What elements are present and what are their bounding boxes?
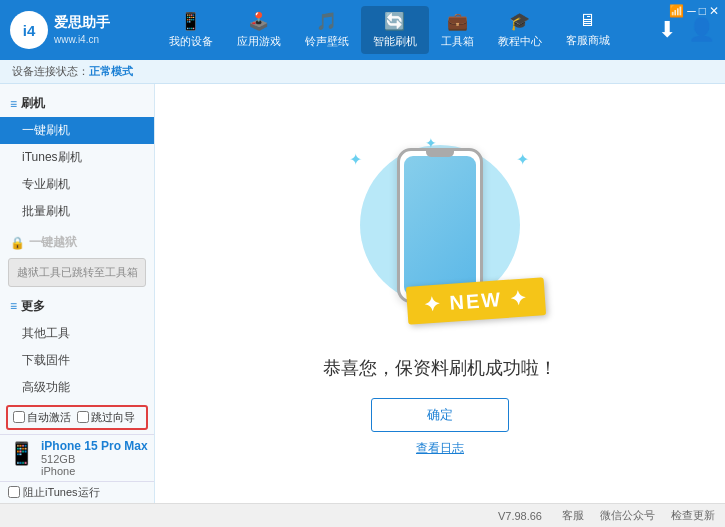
stop-itunes-checkbox[interactable] [8,486,20,498]
status-bar: 设备连接状态：正常模式 [0,60,725,84]
sidebar-item-pro-flash[interactable]: 专业刷机 [0,171,154,198]
footer-link-update[interactable]: 检查更新 [671,508,715,523]
view-log-link[interactable]: 查看日志 [416,440,464,457]
nav-my-device-icon: 📱 [180,11,201,32]
nav-ringtones-icon: 🎵 [316,11,337,32]
device-name: iPhone 15 Pro Max [41,439,148,453]
sidebar-item-batch-flash[interactable]: 批量刷机 [0,198,154,225]
stop-itunes-label[interactable]: 阻止iTunes运行 [8,485,148,500]
jailbreak-disabled-box: 越狱工具已跳转至工具箱 [8,258,146,287]
device-info: 📱 iPhone 15 Pro Max 512GB iPhone [8,439,148,477]
status-prefix: 设备连接状态： [12,65,89,77]
nav-tutorials-label: 教程中心 [498,34,542,49]
logo-text-block: 爱思助手 www.i4.cn [54,13,110,47]
nav-ringtones-label: 铃声壁纸 [305,34,349,49]
nav-my-device-label: 我的设备 [169,34,213,49]
user-icon[interactable]: 👤 [688,17,715,43]
main-area: ≡ 刷机 一键刷机 iTunes刷机 专业刷机 批量刷机 🔒 一键越狱 越狱工具… [0,84,725,503]
sidebar-item-other-tools[interactable]: 其他工具 [0,320,154,347]
lock-icon: 🔒 [10,236,25,250]
logo: i4 爱思助手 www.i4.cn [10,11,120,49]
nav-apps-games[interactable]: 🕹️ 应用游戏 [225,6,293,54]
device-storage: 512GB [41,453,148,465]
footer: V7.98.66 客服 微信公众号 检查更新 [0,503,725,527]
auto-activate-checkbox[interactable] [13,411,25,423]
device-phone-icon: 📱 [8,441,35,467]
footer-link-service[interactable]: 客服 [562,508,584,523]
flash-section-title: ≡ 刷机 [0,90,154,117]
download-icon[interactable]: ⬇ [658,17,676,43]
auto-activate-label[interactable]: 自动激活 [13,410,71,425]
sidebar: ≡ 刷机 一键刷机 iTunes刷机 专业刷机 批量刷机 🔒 一键越狱 越狱工具… [0,84,155,503]
logo-circle: i4 [10,11,48,49]
device-type: iPhone [41,465,148,477]
nav-tutorials[interactable]: 🎓 教程中心 [486,6,554,54]
nav-ringtones[interactable]: 🎵 铃声壁纸 [293,6,361,54]
more-section-icon: ≡ [10,299,17,313]
nav-bar: 📱 我的设备 🕹️ 应用游戏 🎵 铃声壁纸 🔄 智能刷机 💼 工具箱 🎓 教程中… [128,6,650,54]
phone-notch [426,151,454,157]
nav-services-icon: 🖥 [579,11,596,31]
nav-services-label: 客服商城 [566,33,610,48]
more-section-title: ≡ 更多 [0,293,154,320]
nav-my-device[interactable]: 📱 我的设备 [157,6,225,54]
content-area: ✦ ✦ ✦ ✦ NEW ✦ 恭喜您，保资料刷机成功啦！ 确定 查看日志 [155,84,725,503]
logo-icon-text: i4 [23,22,36,39]
nav-smart-flash-label: 智能刷机 [373,34,417,49]
confirm-button[interactable]: 确定 [371,398,509,432]
window-controls: 📶 ─ □ ✕ [669,4,719,18]
device-details: iPhone 15 Pro Max 512GB iPhone [41,439,148,477]
close-icon[interactable]: ✕ [709,4,719,18]
nav-apps-icon: 🕹️ [248,11,269,32]
sidebar-item-advanced[interactable]: 高级功能 [0,374,154,401]
maximize-icon[interactable]: □ [699,4,706,18]
stop-itunes-row: 阻止iTunes运行 [0,481,154,504]
minimize-icon[interactable]: ─ [687,4,696,18]
guide-activation-checkbox[interactable] [77,411,89,423]
header: i4 爱思助手 www.i4.cn 📱 我的设备 🕹️ 应用游戏 🎵 铃声壁纸 … [0,0,725,60]
guide-activation-label[interactable]: 跳过向导 [77,410,135,425]
jailbreak-section: 🔒 一键越狱 越狱工具已跳转至工具箱 [0,225,154,291]
device-info-section: 📱 iPhone 15 Pro Max 512GB iPhone [0,434,154,481]
flash-section-icon: ≡ [10,97,17,111]
success-message: 恭喜您，保资料刷机成功啦！ [323,356,557,380]
jailbreak-section-title: 🔒 一键越狱 [0,229,154,256]
nav-toolbox[interactable]: 💼 工具箱 [429,6,486,54]
header-right-controls: 📶 ─ □ ✕ ⬇ 👤 [658,17,715,43]
auto-activate-section: 自动激活 跳过向导 [0,401,154,434]
nav-apps-label: 应用游戏 [237,34,281,49]
version-text: V7.98.66 [498,510,542,522]
auto-activate-row: 自动激活 跳过向导 [6,405,148,430]
app-title: 爱思助手 [54,13,110,33]
nav-services[interactable]: 🖥 客服商城 [554,6,622,54]
nav-smart-flash-icon: 🔄 [384,11,405,32]
footer-link-wechat[interactable]: 微信公众号 [600,508,655,523]
new-label-text: NEW [449,288,503,314]
sidebar-item-itunes-flash[interactable]: iTunes刷机 [0,144,154,171]
status-mode: 正常模式 [89,65,133,77]
nav-tutorials-icon: 🎓 [509,11,530,32]
app-subtitle: www.i4.cn [54,33,110,47]
sidebar-item-download-fw[interactable]: 下载固件 [0,347,154,374]
more-section: ≡ 更多 其他工具 下载固件 高级功能 [0,291,154,401]
new-banner: ✦ NEW ✦ [406,277,546,325]
phone-illustration: ✦ ✦ ✦ ✦ NEW ✦ [335,130,545,340]
phone-screen [404,156,476,296]
sparkle-left-icon: ✦ [349,150,362,169]
nav-toolbox-label: 工具箱 [441,34,474,49]
nav-toolbox-icon: 💼 [447,11,468,32]
phone-body [397,148,483,303]
nav-smart-flash[interactable]: 🔄 智能刷机 [361,6,429,54]
sparkle-right-icon: ✦ [516,150,529,169]
flash-section: ≡ 刷机 一键刷机 iTunes刷机 专业刷机 批量刷机 [0,84,154,225]
wifi-icon: 📶 [669,4,684,18]
sidebar-item-one-key-flash[interactable]: 一键刷机 [0,117,154,144]
